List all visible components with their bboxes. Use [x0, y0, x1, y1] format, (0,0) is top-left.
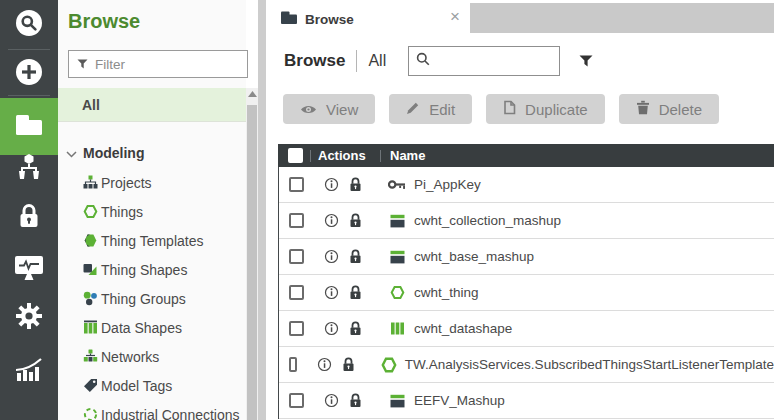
sidebar-monitoring-icon[interactable] [0, 253, 58, 287]
nav-item-label: Data Shapes [101, 320, 182, 336]
sidebar-search-icon[interactable] [0, 8, 58, 42]
info-icon[interactable] [324, 249, 339, 264]
sidebar-item-things[interactable]: Things [58, 197, 246, 226]
lock-icon[interactable] [342, 357, 355, 372]
nav-group-modeling[interactable]: Modeling [58, 138, 246, 168]
table-row[interactable]: TW.AnalysisServices.SubscribedThingsStar… [279, 347, 774, 383]
row-checkbox[interactable] [289, 321, 304, 336]
browse-folder-icon [13, 112, 45, 142]
sidebar-item-model-tags[interactable]: Model Tags [58, 371, 246, 400]
lock-icon[interactable] [349, 177, 362, 192]
copy-icon [503, 100, 516, 118]
row-checkbox[interactable] [289, 393, 304, 408]
browse-panel-title: Browse [68, 10, 140, 33]
model-tag-icon [82, 378, 98, 393]
sidebar-add-icon[interactable] [0, 57, 58, 91]
lock-icon[interactable] [349, 213, 362, 228]
tab-browse[interactable]: Browse × [266, 3, 470, 36]
scrollbar-thumb[interactable] [247, 105, 257, 420]
search-input[interactable] [436, 53, 550, 70]
thing-group-icon [82, 291, 98, 306]
sidebar-item-thing-groups[interactable]: Thing Groups [58, 284, 246, 313]
industrial-connections-icon [82, 407, 98, 420]
mashup-icon [388, 250, 406, 264]
edit-button[interactable]: Edit [389, 94, 472, 124]
filter-placeholder: Filter [95, 57, 125, 72]
mashup-icon [388, 214, 406, 228]
view-button[interactable]: View [283, 94, 375, 124]
panel-splitter[interactable] [258, 0, 266, 420]
sidebar-item-projects[interactable]: Projects [58, 168, 246, 197]
entity-name: cwht_datashape [414, 321, 512, 336]
nav-item-label: Things [101, 204, 143, 220]
tab-label: Browse [305, 12, 354, 27]
row-checkbox[interactable] [289, 357, 297, 372]
add-icon [14, 57, 44, 91]
info-icon[interactable] [324, 177, 339, 192]
lock-icon[interactable] [349, 285, 362, 300]
lock-icon[interactable] [349, 393, 362, 408]
funnel-icon [77, 55, 88, 73]
row-checkbox[interactable] [289, 249, 304, 264]
delete-button[interactable]: Delete [619, 94, 719, 124]
thing-icon [82, 204, 98, 219]
monitoring-icon [14, 255, 44, 286]
info-icon[interactable] [324, 285, 339, 300]
duplicate-button[interactable]: Duplicate [486, 94, 605, 124]
table-row[interactable]: cwht_datashape [279, 311, 774, 347]
info-icon[interactable] [317, 357, 332, 372]
iconbar-divider [8, 95, 50, 96]
table-row[interactable]: EEFV_Mashup [279, 383, 774, 419]
sidebar-security-icon[interactable] [0, 201, 58, 235]
sidebar-item-thing-shapes[interactable]: Thing Shapes [58, 255, 246, 284]
page-title: Browse [284, 51, 345, 71]
info-icon[interactable] [324, 213, 339, 228]
main-area: Browse × Browse All View Edit Duplicate … [266, 0, 774, 420]
entity-name: cwht_collection_mashup [414, 213, 561, 228]
filter-funnel-icon[interactable] [579, 55, 593, 67]
row-checkbox[interactable] [289, 285, 304, 300]
sidebar-item-data-shapes[interactable]: Data Shapes [58, 313, 246, 342]
sidebar-item-all[interactable]: All [58, 88, 246, 122]
security-icon [16, 202, 42, 234]
search-input-wrap[interactable] [408, 46, 560, 76]
nav-item-label: Projects [101, 175, 152, 191]
sidebar-item-thing-templates[interactable]: Thing Templates [58, 226, 246, 255]
table-row[interactable]: cwht_collection_mashup [279, 203, 774, 239]
tab-strip [470, 3, 774, 33]
pencil-icon [406, 101, 420, 118]
nav-item-label: Model Tags [101, 378, 172, 394]
select-all-checkbox[interactable] [288, 148, 303, 163]
modeling-icon [15, 153, 43, 185]
lock-icon[interactable] [349, 321, 362, 336]
filter-input[interactable]: Filter [68, 50, 248, 78]
folder-icon [280, 10, 298, 29]
sidebar-item-networks[interactable]: Networks [58, 342, 246, 371]
table-row[interactable]: Pi_AppKey [279, 167, 774, 203]
sidebar-item-industrial-connections[interactable]: Industrial Connections [58, 400, 246, 420]
thing-shape-icon [82, 262, 98, 277]
sidebar-analytics-icon[interactable] [0, 355, 58, 389]
sidebar-modeling-icon[interactable] [0, 152, 58, 186]
info-icon[interactable] [324, 321, 339, 336]
sidebar-settings-icon[interactable] [0, 301, 58, 335]
column-header-name: Name [390, 148, 425, 163]
info-icon[interactable] [324, 393, 339, 408]
key-icon [388, 178, 406, 191]
sidebar-browse-folder-icon[interactable] [0, 98, 58, 155]
settings-icon [14, 301, 44, 335]
nav-item-label: Thing Groups [101, 291, 186, 307]
chevron-down-icon [66, 145, 77, 161]
scroll-up-arrow-icon[interactable] [246, 91, 258, 97]
row-checkbox[interactable] [289, 177, 304, 192]
close-icon[interactable]: × [450, 8, 460, 25]
table-row[interactable]: cwht_base_mashup [279, 239, 774, 275]
lock-icon[interactable] [349, 249, 362, 264]
nav-scrollbar[interactable] [246, 88, 258, 420]
entity-name: TW.AnalysisServices.SubscribedThingsStar… [405, 357, 774, 372]
row-checkbox[interactable] [289, 213, 304, 228]
nav-item-label: Networks [101, 349, 159, 365]
search-icon [416, 52, 430, 70]
table-row[interactable]: cwht_thing [279, 275, 774, 311]
scope-selector[interactable]: All [368, 52, 386, 70]
